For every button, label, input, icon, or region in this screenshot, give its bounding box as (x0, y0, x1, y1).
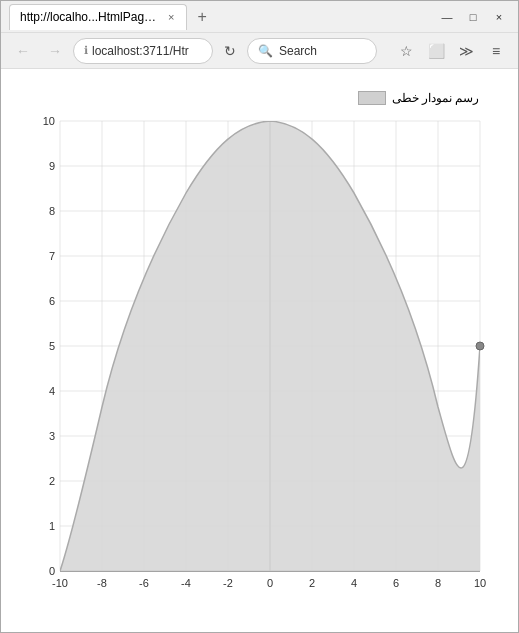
svg-text:10: 10 (42, 115, 54, 127)
forward-button[interactable]: → (41, 37, 69, 65)
maximize-button[interactable]: □ (462, 6, 484, 28)
tab-close-button[interactable]: × (166, 11, 176, 23)
svg-text:5: 5 (48, 340, 54, 352)
nav-icons: ☆ ⬜ ≫ ≡ (392, 37, 510, 65)
info-icon: ℹ (84, 44, 88, 57)
svg-text:-6: -6 (139, 577, 149, 589)
svg-text:3: 3 (48, 430, 54, 442)
menu-button[interactable]: ≡ (482, 37, 510, 65)
save-button[interactable]: ⬜ (422, 37, 450, 65)
back-button[interactable]: ← (9, 37, 37, 65)
svg-text:8: 8 (48, 205, 54, 217)
browser-window: http://localho...HtmlPage2.html × + — □ … (0, 0, 519, 633)
nav-bar: ← → ℹ localhost:3711/Htr ↻ 🔍 Search ☆ ⬜ … (1, 33, 518, 69)
search-bar[interactable]: 🔍 Search (247, 38, 377, 64)
svg-text:0: 0 (266, 577, 272, 589)
legend-label: رسم نمودار خطی (392, 91, 480, 105)
star-button[interactable]: ☆ (392, 37, 420, 65)
svg-text:7: 7 (48, 250, 54, 262)
svg-text:6: 6 (392, 577, 398, 589)
legend-swatch (358, 91, 386, 105)
svg-text:1: 1 (48, 520, 54, 532)
svg-text:10: 10 (473, 577, 485, 589)
svg-text:-10: -10 (52, 577, 68, 589)
more-tabs-button[interactable]: ≫ (452, 37, 480, 65)
svg-text:4: 4 (350, 577, 356, 589)
svg-text:-4: -4 (181, 577, 191, 589)
x-axis-labels: -10 -8 -6 -4 -2 0 2 4 6 8 10 (52, 577, 486, 589)
svg-text:-2: -2 (223, 577, 233, 589)
data-point (476, 342, 484, 350)
svg-text:0: 0 (48, 565, 54, 577)
chart-svg: 0 1 2 3 4 5 6 7 8 9 10 -10 -8 -6 (20, 111, 500, 611)
reload-button[interactable]: ↻ (217, 38, 243, 64)
svg-text:2: 2 (48, 475, 54, 487)
address-bar[interactable]: ℹ localhost:3711/Htr (73, 38, 213, 64)
tab-title: http://localho...HtmlPage2.html (20, 10, 160, 24)
page-content: رسم نمودار خطی (1, 69, 518, 632)
svg-text:8: 8 (434, 577, 440, 589)
minimize-button[interactable]: — (436, 6, 458, 28)
address-text: localhost:3711/Htr (92, 44, 189, 58)
svg-text:-8: -8 (97, 577, 107, 589)
new-tab-button[interactable]: + (191, 6, 212, 28)
svg-text:4: 4 (48, 385, 54, 397)
search-icon: 🔍 (258, 44, 273, 58)
chart-fill (60, 121, 480, 571)
svg-text:6: 6 (48, 295, 54, 307)
title-bar: http://localho...HtmlPage2.html × + — □ … (1, 1, 518, 33)
close-button[interactable]: × (488, 6, 510, 28)
svg-text:9: 9 (48, 160, 54, 172)
chart-container: رسم نمودار خطی (20, 91, 500, 611)
search-placeholder: Search (279, 44, 317, 58)
svg-text:2: 2 (308, 577, 314, 589)
browser-tab[interactable]: http://localho...HtmlPage2.html × (9, 4, 187, 30)
chart-legend: رسم نمودار خطی (358, 91, 480, 105)
window-controls: — □ × (436, 6, 510, 28)
y-axis-labels: 0 1 2 3 4 5 6 7 8 9 10 (42, 115, 54, 577)
